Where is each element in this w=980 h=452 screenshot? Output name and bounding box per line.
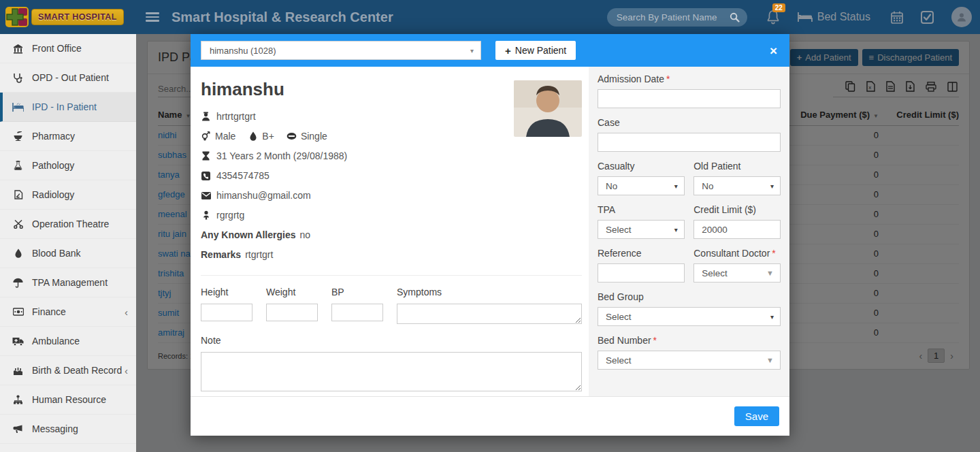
consultant-doctor-label: Consultant Doctor* <box>693 248 781 259</box>
sidebar-item-label: Birth & Death Record <box>32 365 122 376</box>
allergies-value: no <box>300 229 311 240</box>
age-row: 31 Years 2 Month (29/08/1988) <box>201 150 582 161</box>
app-logo[interactable]: SMART HOSPITAL <box>0 0 136 34</box>
address-value: rgrgrtg <box>216 210 244 221</box>
bed-number-label: Bed Number* <box>598 335 781 346</box>
note-label: Note <box>201 335 582 346</box>
weight-label: Weight <box>266 287 318 297</box>
caret-down-icon: ▾ <box>770 182 774 190</box>
caret-down-icon: ▼ <box>766 356 774 364</box>
case-input[interactable] <box>598 133 781 152</box>
messaging-icon <box>12 423 24 434</box>
address-icon <box>201 210 211 220</box>
caret-down-icon: ▾ <box>770 313 774 321</box>
tasks-button[interactable] <box>921 11 934 24</box>
blood-bank-icon <box>12 248 24 259</box>
email-row: himanshu@gmail.com <box>201 190 582 201</box>
bed-number-select[interactable]: Select▼ <box>598 351 781 370</box>
calendar-button[interactable] <box>891 11 903 24</box>
bp-input[interactable] <box>331 304 383 321</box>
sidebar-item-operation-theatre[interactable]: Operation Theatre <box>0 210 136 239</box>
guardian-name: hrtrtgrtgrt <box>216 111 256 122</box>
casualty-select[interactable]: No▾ <box>598 176 685 195</box>
sidebar-item-label: TPA Management <box>32 277 108 288</box>
admission-form-section: Admission Date* Case Casualty No▾ Old Pa… <box>589 67 789 396</box>
sidebar-item-radiology[interactable]: Radiology <box>0 180 136 210</box>
sidebar-item-label: Blood Bank <box>32 248 81 259</box>
sidebar-item-label: Finance <box>32 306 66 317</box>
bed-group-select[interactable]: Select▾ <box>598 307 781 326</box>
blood-group-icon <box>248 131 258 141</box>
submenu-chevron-icon: ‹ <box>125 365 128 376</box>
close-icon[interactable]: × <box>770 44 777 57</box>
height-input[interactable] <box>201 304 252 321</box>
tpa-select[interactable]: Select▾ <box>598 220 685 239</box>
guardian-icon <box>201 112 211 121</box>
opd-icon <box>12 72 24 83</box>
reference-input[interactable] <box>598 263 685 282</box>
sidebar-item-tpa-management[interactable]: TPA Management <box>0 268 136 297</box>
email-icon <box>201 192 211 199</box>
submenu-chevron-icon: ‹ <box>125 306 128 318</box>
notification-count-badge: 22 <box>772 3 785 12</box>
consultant-doctor-select[interactable]: Select▼ <box>693 263 781 282</box>
email-value: himanshu@gmail.com <box>216 190 311 201</box>
age-hourglass-icon <box>201 151 211 161</box>
note-textarea[interactable] <box>201 352 582 391</box>
admission-date-label: Admission Date* <box>598 74 781 84</box>
sidebar-item-messaging[interactable]: Messaging <box>0 415 136 444</box>
birth-death-icon <box>12 365 24 376</box>
bed-status-label: Bed Status <box>817 11 870 23</box>
patient-photo <box>514 80 582 137</box>
sidebar: Front OfficeOPD - Out PatientIPD - In Pa… <box>0 34 136 452</box>
search-icon[interactable] <box>730 12 740 22</box>
old-patient-select[interactable]: No▾ <box>693 176 781 195</box>
sidebar-item-label: Human Resource <box>32 394 106 405</box>
sidebar-item-human-resource[interactable]: Human Resource <box>0 385 136 415</box>
section-divider <box>201 275 582 276</box>
sidebar-item-birth-death-record[interactable]: Birth & Death Record‹ <box>0 356 136 385</box>
ambulance-icon <box>12 336 24 346</box>
bed-icon <box>798 12 813 22</box>
sidebar-item-label: Front Office <box>32 43 82 54</box>
sidebar-item-finance[interactable]: Finance‹ <box>0 297 136 327</box>
required-asterisk: * <box>666 74 670 84</box>
credit-limit-input[interactable] <box>693 220 781 239</box>
sidebar-item-label: Radiology <box>32 189 74 200</box>
allergies-row: Any Known Allergies no <box>201 229 582 240</box>
symptoms-textarea[interactable] <box>397 304 582 324</box>
sidebar-item-ipd-in-patient[interactable]: IPD - In Patient <box>0 93 136 122</box>
age-value: 31 Years 2 Month (29/08/1988) <box>216 150 347 161</box>
patient-profile-section: himanshu hrtrtgrtgrt Male B+ Single 31 Y… <box>191 67 589 396</box>
sidebar-item-label: Operation Theatre <box>32 219 109 229</box>
symptoms-label: Symptoms <box>397 287 582 297</box>
gender-value: Male <box>215 131 235 142</box>
user-avatar[interactable] <box>951 7 972 27</box>
address-row: rgrgrtg <box>201 210 582 221</box>
sidebar-item-blood-bank[interactable]: Blood Bank <box>0 239 136 268</box>
ipd-icon <box>12 101 24 112</box>
front-office-icon <box>12 43 24 54</box>
sidebar-item-ambulance[interactable]: Ambulance <box>0 327 136 356</box>
admission-date-input[interactable] <box>598 89 781 108</box>
operation-theatre-icon <box>12 219 24 229</box>
sidebar-item-front-office[interactable]: Front Office <box>0 34 136 63</box>
save-button[interactable]: Save <box>734 406 779 426</box>
sidebar-item-opd-out-patient[interactable]: OPD - Out Patient <box>0 63 136 93</box>
sidebar-item-pathology[interactable]: Pathology <box>0 151 136 180</box>
caret-down-icon: ▾ <box>674 226 678 233</box>
bed-status-button[interactable]: Bed Status <box>798 11 870 23</box>
finance-icon <box>12 306 24 317</box>
remarks-row: Remarks rtgrtgrt <box>201 249 582 260</box>
patient-select-dropdown[interactable]: himanshu (1028) ▾ <box>201 41 481 60</box>
sidebar-item-pharmacy[interactable]: Pharmacy <box>0 122 136 151</box>
notifications-button[interactable]: 22 <box>766 10 780 25</box>
tpa-label: TPA <box>598 204 685 215</box>
case-label: Case <box>598 117 781 128</box>
menu-toggle-icon[interactable] <box>146 10 159 24</box>
weight-input[interactable] <box>266 304 318 321</box>
patient-search-input[interactable] <box>607 8 747 27</box>
new-patient-button[interactable]: +New Patient <box>495 41 576 60</box>
height-label: Height <box>201 287 252 297</box>
radiology-icon <box>12 189 24 200</box>
